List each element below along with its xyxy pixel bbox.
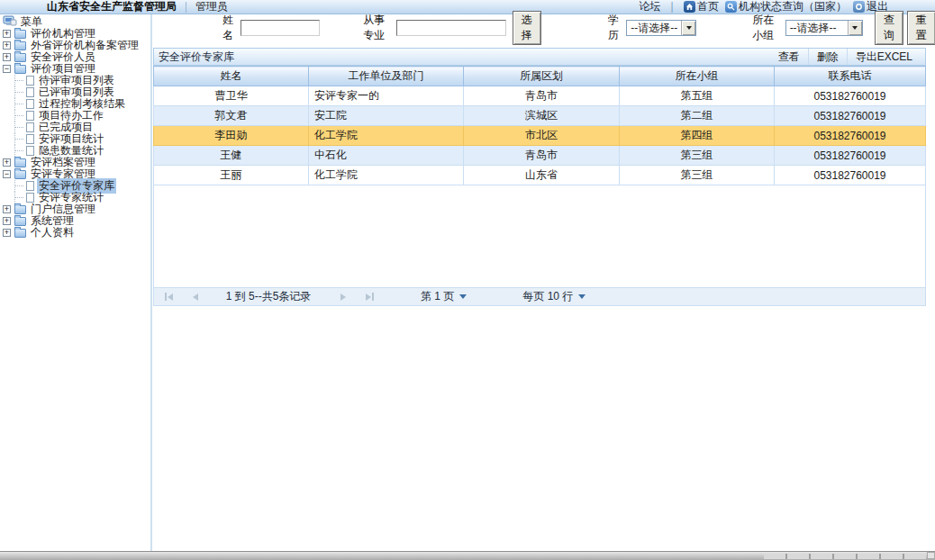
previous-page-button[interactable]	[189, 294, 202, 301]
table-row[interactable]: 王健中石化青岛市第三组053182760019	[154, 146, 926, 166]
table-cell: 山东省	[464, 166, 620, 185]
table-cell: 053182760019	[775, 106, 926, 126]
table-cell: 第四组	[620, 126, 775, 146]
document-icon	[26, 111, 34, 121]
table-row[interactable]: 王丽化工学院山东省第三组053182760019	[154, 166, 926, 185]
panel-actions: 查看删除导出EXCEL	[770, 49, 921, 65]
expand-icon[interactable]: +	[3, 53, 11, 61]
expand-icon[interactable]: +	[3, 205, 11, 213]
group-label: 所在小组	[752, 13, 781, 43]
home-link[interactable]: 首页	[684, 0, 719, 14]
table-cell: 第三组	[620, 146, 775, 166]
column-header: 工作单位及部门	[309, 67, 464, 86]
status-bar	[0, 551, 935, 560]
table-cell: 郭文君	[154, 106, 309, 126]
folder-icon	[14, 158, 26, 167]
sidebar-tree: +评价机构管理+外省评价机构备案管理+安全评价人员−评价项目管理待评审项目列表已…	[0, 28, 150, 239]
expand-icon[interactable]: +	[3, 217, 11, 225]
tree-node[interactable]: +门户信息管理	[3, 203, 150, 215]
pagination-bar: 1 到 5--共5条记录 第 1 页 每页 10 行	[153, 287, 926, 306]
table-cell: 化工学院	[309, 126, 464, 146]
document-icon	[26, 87, 34, 97]
topbar-separator	[186, 2, 186, 13]
folder-icon	[14, 53, 26, 62]
tree-node[interactable]: +个人资料	[3, 227, 150, 239]
document-icon	[26, 99, 34, 109]
folder-icon	[14, 41, 26, 50]
table-cell: 曹卫华	[154, 86, 309, 106]
statusbar-segments	[764, 554, 926, 559]
panel-header: 安全评价专家库 查看删除导出EXCEL	[153, 48, 926, 66]
table-cell: 青岛市	[464, 146, 620, 166]
tree-connector	[14, 145, 25, 157]
forum-link[interactable]: 论坛	[639, 0, 660, 14]
tree-connector	[14, 110, 25, 122]
query-button[interactable]: 查询	[875, 11, 903, 45]
document-icon	[26, 76, 34, 86]
expand-icon[interactable]: +	[3, 30, 11, 38]
first-page-button[interactable]	[161, 293, 177, 301]
select-button[interactable]: 选择	[513, 11, 541, 45]
topbar-divider: ｜	[667, 0, 677, 14]
tree-node-label: 个人资料	[29, 225, 76, 240]
org-status-query-link[interactable]: 机构状态查询（国家）	[725, 0, 847, 14]
tree-connector	[14, 75, 25, 86]
next-page-button[interactable]	[337, 294, 349, 301]
education-label: 学历	[608, 13, 622, 43]
table-cell: 053182760019	[775, 166, 926, 185]
education-select[interactable]: --请选择--	[626, 20, 696, 36]
table-cell: 第五组	[620, 86, 775, 106]
expand-icon[interactable]: +	[3, 41, 11, 50]
column-header: 所属区划	[464, 67, 620, 86]
group-select[interactable]: --请选择--	[785, 20, 863, 36]
main-content: 姓名 从事专业 选择 学历 --请选择-- 所在小组 --请选择-- 查询 重置…	[152, 14, 935, 551]
tree-connector	[14, 133, 25, 145]
records-count: 1 到 5--共5条记录	[202, 289, 335, 304]
search-form: 姓名 从事专业 选择 学历 --请选择-- 所在小组 --请选择-- 查询 重置	[152, 14, 935, 41]
grid-empty-area	[153, 185, 926, 287]
view-button[interactable]: 查看	[770, 49, 808, 65]
page-number-select[interactable]: 第 1 页	[421, 289, 467, 304]
table-cell: 滨城区	[464, 106, 620, 126]
delete-button[interactable]: 删除	[808, 49, 847, 65]
sidebar: 菜单 +评价机构管理+外省评价机构备案管理+安全评价人员−评价项目管理待评审项目…	[0, 14, 152, 551]
statusbar-corner	[927, 552, 935, 559]
chevron-down-icon	[681, 21, 695, 35]
table-cell: 第三组	[620, 166, 775, 185]
tree-connector	[14, 98, 25, 110]
tree-connector	[14, 180, 25, 192]
table-cell: 安工院	[309, 106, 464, 126]
column-header: 姓名	[154, 67, 309, 86]
document-icon	[26, 134, 34, 144]
table-cell: 青岛市	[464, 86, 620, 106]
panel-title: 安全评价专家库	[159, 50, 234, 65]
collapse-icon[interactable]: −	[3, 170, 11, 178]
expand-icon[interactable]: +	[3, 229, 11, 237]
collapse-icon[interactable]: −	[3, 65, 11, 73]
folder-icon	[14, 217, 26, 226]
reset-button[interactable]: 重置	[907, 11, 935, 45]
tree-connector	[14, 86, 25, 98]
last-page-button[interactable]	[362, 293, 377, 301]
document-icon	[26, 181, 34, 191]
name-label: 姓名	[222, 13, 237, 43]
table-cell: 市北区	[464, 126, 620, 146]
table-row[interactable]: 曹卫华安评专家一的青岛市第五组053182760019	[154, 86, 926, 106]
export-excel-button[interactable]: 导出EXCEL	[847, 49, 921, 65]
folder-icon	[14, 170, 26, 179]
top-bar: 山东省安全生产监督管理局 管理员 论坛 ｜ 首页 机构状态查询（国家） 退出	[0, 0, 935, 14]
table-cell: 053182760019	[775, 86, 926, 106]
folder-icon	[14, 30, 26, 39]
table-cell: 第二组	[620, 106, 775, 126]
table-row[interactable]: 李田勋化工学院市北区第四组053182760019	[154, 126, 926, 146]
expert-grid-panel: 安全评价专家库 查看删除导出EXCEL 姓名工作单位及部门所属区划所在小组联系电…	[153, 48, 926, 306]
name-input[interactable]	[241, 20, 320, 36]
page-size-select[interactable]: 每页 10 行	[522, 289, 586, 304]
folder-icon	[14, 229, 26, 238]
expand-icon[interactable]: +	[3, 158, 11, 167]
chevron-down-icon	[848, 21, 862, 35]
table-row[interactable]: 郭文君安工院滨城区第二组053182760019	[154, 106, 926, 126]
home-icon	[684, 1, 695, 13]
table-header-row: 姓名工作单位及部门所属区划所在小组联系电话	[154, 67, 926, 86]
profession-input[interactable]	[396, 20, 506, 36]
